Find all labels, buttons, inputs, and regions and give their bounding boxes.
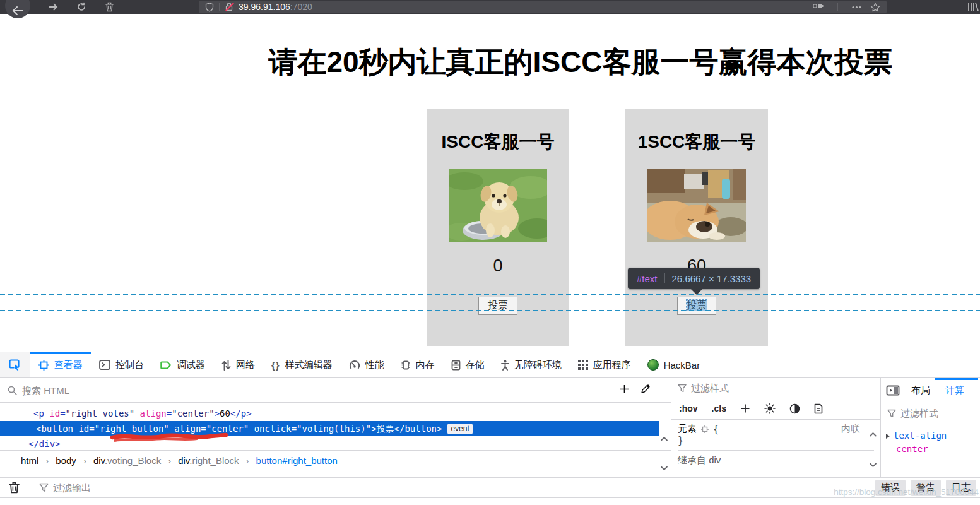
vote-button-left[interactable]: 投票	[478, 297, 517, 315]
scroll-up-arrow[interactable]	[869, 429, 877, 440]
filter-computed-input[interactable]	[900, 408, 970, 419]
markup-code: <p id="right_votes" align="center">60</p…	[0, 406, 659, 451]
forward-icon[interactable]	[48, 2, 59, 15]
tab-style-editor[interactable]: {} 样式编辑器	[263, 352, 341, 377]
breadcrumb-item[interactable]: html	[21, 455, 38, 466]
side-tabs: 布局 计算	[881, 378, 980, 403]
tab-inspector[interactable]: 查看器	[30, 352, 91, 377]
vote-count: 0	[427, 255, 569, 276]
element-picker-button[interactable]	[0, 352, 30, 377]
tab-memory[interactable]: 内存	[393, 352, 443, 377]
node-type: #text	[637, 273, 658, 284]
puppy-photo	[449, 169, 547, 242]
node-dimensions: 26.6667 × 17.3333	[672, 273, 752, 284]
shiba-photo	[647, 169, 746, 242]
watermark: https://blog.csdn.net/weixin_51706044	[834, 487, 979, 497]
rule-element[interactable]: 元素 { 内联 } 继承自 div	[671, 420, 880, 470]
library-icon[interactable]	[967, 2, 979, 15]
code-line[interactable]: </div>	[0, 436, 659, 451]
computed-filter-row	[881, 403, 980, 423]
tab-debugger[interactable]: 调试器	[152, 352, 213, 377]
tooltip-divider	[664, 273, 665, 283]
breadcrumb-separator: ›	[45, 455, 49, 466]
expand-arrow-icon[interactable]	[886, 434, 890, 439]
devtools-panel: 查看器 控制台 调试器 网络 {}	[0, 352, 980, 505]
footer-divider	[30, 480, 30, 496]
scroll-down-arrow[interactable]	[869, 459, 877, 470]
class-toggle[interactable]: .cls	[712, 403, 726, 413]
add-node-button[interactable]	[620, 384, 629, 396]
memory-chip-icon	[401, 360, 411, 371]
performance-icon	[349, 360, 360, 371]
insecure-lock-icon[interactable]	[225, 2, 235, 12]
tab-accessibility[interactable]: 无障碍环境	[493, 352, 570, 377]
html-search-row	[0, 378, 671, 403]
tab-network[interactable]: 网络	[213, 352, 263, 377]
event-badge[interactable]: event	[447, 424, 472, 434]
style-filter-row	[671, 378, 880, 398]
network-icon	[221, 360, 231, 371]
red-underline-annotation	[109, 431, 232, 444]
inspector-icon	[38, 360, 49, 371]
url-bar[interactable]: 39.96.91.106 :7020	[199, 1, 887, 13]
devtools-tabbar: 查看器 控制台 调试器 网络 {}	[0, 352, 980, 378]
search-html-input[interactable]	[22, 385, 615, 396]
browser-toolbar: 39.96.91.106 :7020	[0, 0, 980, 14]
back-button[interactable]	[5, 0, 30, 18]
console-icon	[99, 360, 110, 370]
breadcrumb-separator: ›	[168, 455, 171, 466]
trash-icon[interactable]	[105, 2, 114, 15]
breadcrumb-item[interactable]: div.voting_Block	[93, 455, 161, 466]
clear-output-trash-icon[interactable]	[9, 482, 20, 494]
tab-computed[interactable]: 计算	[938, 378, 972, 403]
urlbar-divider-2	[837, 3, 838, 11]
breadcrumb-item[interactable]: body	[56, 455, 76, 466]
dark-scheme-icon[interactable]	[789, 403, 800, 414]
breadcrumb-item[interactable]: button#right_button	[256, 455, 338, 466]
accessibility-person-icon	[501, 360, 509, 371]
code-line[interactable]: <button id="right_button" align="center"…	[0, 421, 659, 436]
breadcrumb-separator: ›	[246, 455, 249, 466]
tab-application[interactable]: 应用程序	[570, 352, 639, 377]
breadcrumb-item[interactable]: div.right_Block	[178, 455, 239, 466]
node-dimensions-tooltip: #text 26.6667 × 17.3333	[628, 268, 760, 289]
reload-icon[interactable]	[76, 2, 86, 15]
vote-button-right[interactable]: 投票	[677, 297, 716, 315]
braces-icon: {}	[271, 360, 280, 371]
shield-icon[interactable]	[205, 3, 214, 12]
tab-performance[interactable]: 性能	[341, 352, 393, 377]
storage-icon	[451, 360, 461, 371]
filter-funnel-icon	[39, 483, 49, 492]
pseudo-class-toggle[interactable]: :hov	[679, 403, 698, 413]
search-icon	[8, 386, 17, 395]
computed-property-row[interactable]: text-align	[886, 429, 980, 443]
page-title: 请在20秒内让真正的ISCC客服一号赢得本次投票	[177, 43, 980, 82]
light-scheme-icon[interactable]	[764, 403, 776, 414]
markup-panel: <p id="right_votes" align="center">60</p…	[0, 378, 671, 477]
horizontal-guide	[0, 294, 980, 295]
filter-output-input[interactable]	[53, 482, 255, 493]
sidebar-toggle-icon[interactable]	[886, 385, 900, 396]
code-line[interactable]: <p id="right_votes" align="center">60</p…	[0, 406, 659, 421]
tab-layout[interactable]: 布局	[904, 378, 938, 403]
tab-console[interactable]: 控制台	[91, 352, 152, 377]
url-host: 39.96.91.106	[239, 2, 290, 12]
scroll-up-arrow[interactable]	[660, 433, 668, 444]
print-simulation-icon[interactable]	[814, 403, 823, 414]
tab-storage[interactable]: 存储	[443, 352, 493, 377]
filter-styles-input[interactable]	[691, 383, 849, 393]
computed-properties: text-align center	[881, 423, 980, 456]
more-actions-icon[interactable]	[852, 6, 861, 9]
rules-panel: :hov .cls 元素	[671, 378, 880, 477]
breadcrumb: html›body›div.voting_Block›div.right_Blo…	[0, 450, 671, 470]
hackbar-icon	[647, 359, 659, 371]
filter-funnel-icon	[887, 409, 896, 418]
highlight-selector-icon[interactable]	[701, 425, 709, 433]
eyedropper-icon[interactable]	[641, 384, 651, 396]
tab-hackbar[interactable]: HackBar	[639, 352, 709, 377]
page-actions-icon[interactable]	[813, 3, 824, 12]
add-rule-button[interactable]	[740, 403, 750, 413]
urlbar-divider	[219, 3, 220, 11]
inherited-from-label: 继承自 div	[678, 450, 874, 466]
bookmark-star-icon[interactable]	[870, 3, 880, 12]
